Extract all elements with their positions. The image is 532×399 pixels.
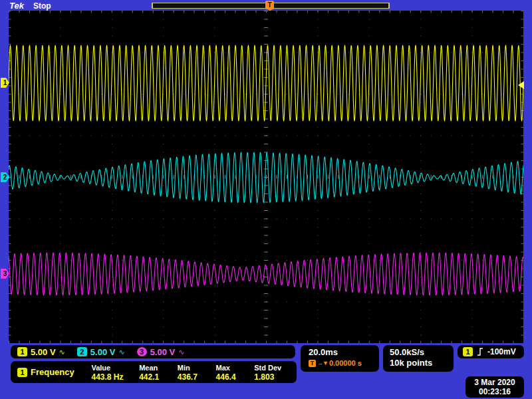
graticule <box>9 11 523 343</box>
trigger-slope-icon <box>477 347 483 356</box>
measurement-name: Frequency <box>31 367 74 377</box>
ch3-coupling-icon: ∿ <box>178 348 184 356</box>
trigger-source-badge: 1 <box>463 347 473 356</box>
acquisition-status: Stop <box>33 1 51 11</box>
measurement-source: 1 Frequency <box>15 367 91 377</box>
sample-rate: 50.0kS/s <box>390 347 454 358</box>
measurement-value: 442.1 <box>139 372 178 382</box>
measurement-col-mean: Mean 442.1 <box>139 363 178 382</box>
measurement-header: Max <box>216 363 255 372</box>
measurement-value: 443.8 Hz <box>91 372 139 382</box>
measurement-header: Min <box>178 363 216 372</box>
measurement-col-stddev: Std Dev 1.803 <box>254 363 293 382</box>
waveform-ch3 <box>9 253 523 295</box>
measurement-col-max: Max 446.4 <box>216 363 255 382</box>
ch2-readout[interactable]: 2 5.00 V ∿ <box>77 347 125 357</box>
measurement-value: 436.7 <box>178 372 216 382</box>
measurement-col-value: Value 443.8 Hz <box>91 363 139 382</box>
waveform-ch1 <box>9 45 523 121</box>
measurement-readout[interactable]: 1 Frequency Value 443.8 Hz Mean 442.1 Mi… <box>11 361 297 383</box>
horizontal-delay-value: 0.00000 s <box>329 359 362 367</box>
measurement-header: Value <box>91 363 139 372</box>
measurement-header: Std Dev <box>254 363 293 372</box>
time-label: 00:23:16 <box>469 387 520 396</box>
horizontal-delay-line: T →▼ 0.00000 s <box>309 359 379 367</box>
measurement-source-badge: 1 <box>17 368 27 377</box>
display-area <box>9 11 523 343</box>
horizontal-scale: 20.0ms <box>309 347 379 357</box>
ch1-coupling-icon: ∿ <box>59 348 65 356</box>
ch3-badge: 3 <box>137 347 147 356</box>
trigger-time-icon: T <box>309 360 316 367</box>
trigger-level-value: -100mV <box>487 347 516 356</box>
measurement-value: 1.803 <box>254 372 293 382</box>
ch2-coupling-icon: ∿ <box>118 348 124 356</box>
date-label: 3 Mar 2020 <box>469 378 520 387</box>
ch1-readout[interactable]: 1 5.00 V ∿ <box>17 347 65 357</box>
acquisition-readout[interactable]: 50.0kS/s 10k points <box>383 345 454 372</box>
measurement-header: Mean <box>139 363 178 372</box>
ch2-badge: 2 <box>77 347 87 356</box>
ch1-scale: 5.00 V <box>31 347 56 357</box>
ch3-scale: 5.00 V <box>150 347 176 357</box>
tek-logo: Tek <box>9 1 24 11</box>
record-length: 10k points <box>390 358 454 368</box>
ch2-scale: 5.00 V <box>90 347 116 357</box>
ch1-badge: 1 <box>17 347 27 356</box>
measurement-col-min: Min 436.7 <box>178 363 216 382</box>
measurement-value: 446.4 <box>216 372 255 382</box>
channel-readout-bar[interactable]: 1 5.00 V ∿ 2 5.00 V ∿ 3 5.00 V ∿ <box>11 345 295 358</box>
ch3-readout[interactable]: 3 5.00 V ∿ <box>137 347 185 357</box>
delay-arrow-icon: →▼ <box>317 360 328 366</box>
horizontal-readout[interactable]: 20.0ms T →▼ 0.00000 s <box>301 345 379 372</box>
clock-readout: 3 Mar 2020 00:23:16 <box>466 376 524 398</box>
trigger-readout[interactable]: 1 -100mV <box>458 345 524 358</box>
oscilloscope-screen: Tek Stop T 1 2 3 1 5.00 V ∿ 2 5.00 V ∿ 3… <box>0 0 532 399</box>
